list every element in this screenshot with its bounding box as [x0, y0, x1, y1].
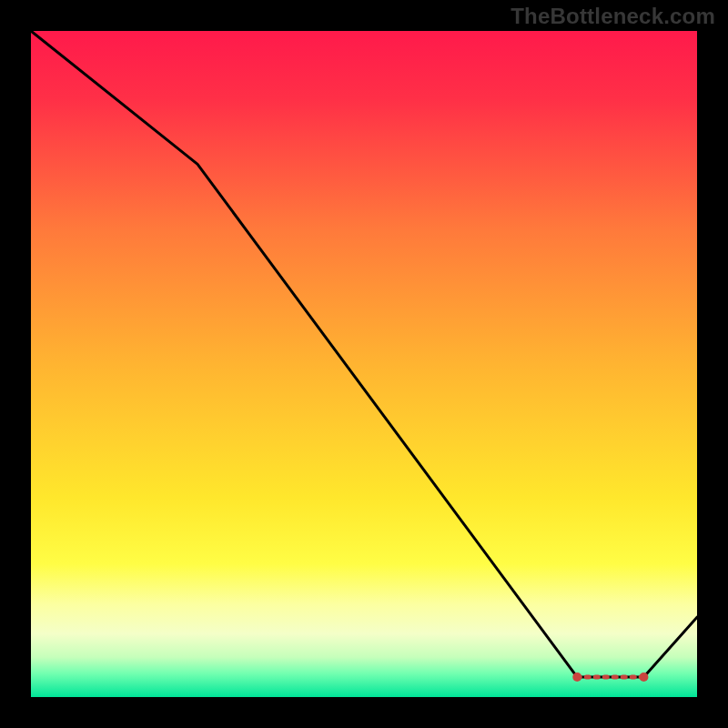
minimum-marker-start	[572, 672, 581, 682]
watermark-text: TheBottleneck.com	[511, 4, 715, 29]
gradient-background	[31, 31, 697, 697]
chart-plot-area	[31, 31, 697, 697]
minimum-marker-end	[639, 672, 648, 682]
chart-svg	[31, 31, 697, 697]
chart-frame: TheBottleneck.com	[0, 0, 728, 728]
